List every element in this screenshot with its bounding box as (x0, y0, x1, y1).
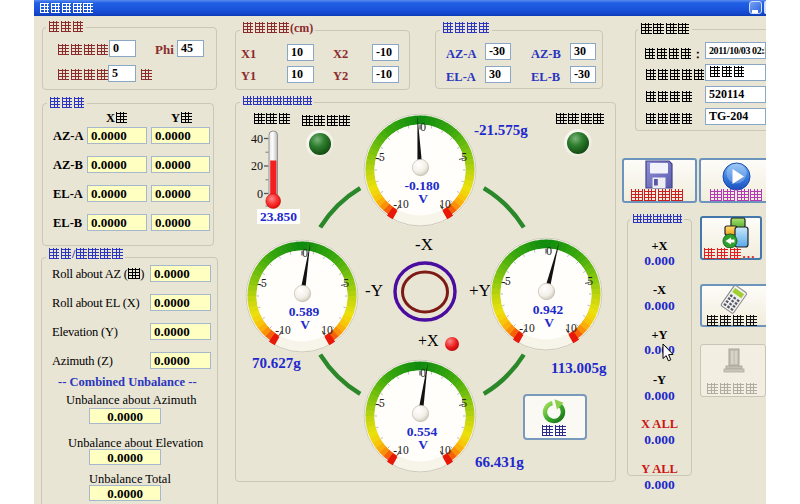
svg-text:-5: -5 (375, 151, 385, 163)
svg-text:-10: -10 (393, 198, 409, 210)
svg-text:V: V (300, 317, 310, 332)
svg-text:-5: -5 (257, 277, 267, 289)
svg-text:0: 0 (546, 245, 552, 257)
svg-text:-5: -5 (501, 275, 511, 287)
svg-text:0: 0 (420, 121, 426, 133)
svg-text:5: 5 (461, 397, 467, 409)
svg-text:5: 5 (343, 277, 349, 289)
svg-text:-5: -5 (375, 397, 385, 409)
svg-text:5: 5 (461, 151, 467, 163)
svg-text:10: 10 (439, 444, 451, 456)
svg-text:-10: -10 (393, 444, 409, 456)
svg-text:V: V (544, 315, 554, 330)
svg-text:V: V (418, 437, 428, 452)
svg-text:10: 10 (321, 324, 333, 336)
svg-text:5: 5 (587, 275, 593, 287)
svg-text:0: 0 (302, 247, 308, 259)
svg-text:V: V (418, 191, 428, 206)
svg-text:-10: -10 (519, 322, 535, 334)
svg-text:10: 10 (565, 322, 577, 334)
svg-text:10: 10 (439, 198, 451, 210)
svg-text:-10: -10 (275, 324, 291, 336)
